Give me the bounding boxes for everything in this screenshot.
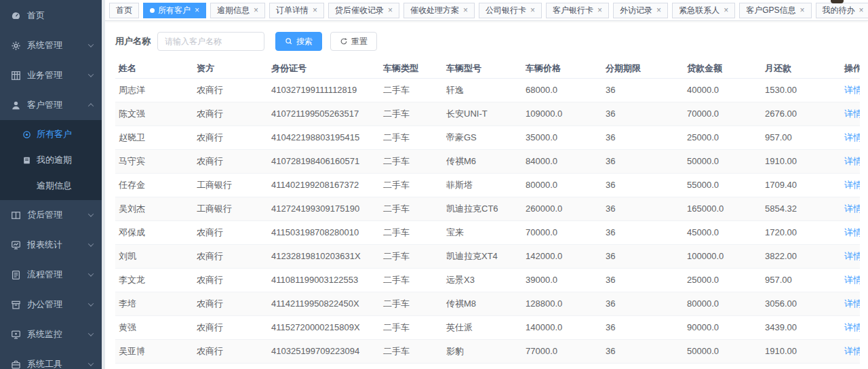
detail-link[interactable]: 详情 bbox=[844, 203, 860, 214]
cell-name: 李培 bbox=[115, 292, 193, 315]
detail-link[interactable]: 详情 bbox=[844, 132, 860, 142]
cell-name: 赵晓卫 bbox=[115, 125, 193, 149]
sidebar-item-process-mgmt[interactable]: 流程管理 bbox=[0, 260, 102, 290]
cell-installment-term bbox=[602, 363, 684, 369]
cell-vehicle-price bbox=[522, 363, 602, 369]
tab-close-icon[interactable]: × bbox=[195, 6, 199, 14]
chevron-down-icon bbox=[88, 41, 94, 47]
cell-vehicle-type: 二手车 bbox=[380, 173, 443, 197]
cell-action: 详情 bbox=[841, 102, 860, 125]
cell-vehicle-type: 二手车 bbox=[380, 244, 443, 268]
column-header: 贷款金额 bbox=[684, 59, 762, 78]
sidebar-item-label: 报表统计 bbox=[27, 239, 62, 251]
tab[interactable]: 订单详情 × bbox=[269, 3, 324, 18]
detail-link[interactable]: 详情 bbox=[844, 180, 860, 190]
tab[interactable]: 首页 bbox=[109, 3, 139, 18]
tab[interactable]: 外访记录 × bbox=[613, 3, 668, 18]
cell-installment-term: 36 bbox=[602, 149, 684, 173]
detail-link[interactable]: 详情 bbox=[844, 346, 860, 356]
cell-action: 详情 bbox=[841, 125, 860, 149]
tab-close-icon[interactable]: × bbox=[313, 6, 317, 14]
sidebar-item-label: 流程管理 bbox=[27, 269, 62, 281]
sidebar-item-postloan-mgmt[interactable]: 贷后管理 bbox=[0, 200, 102, 230]
tab-label: 外访记录 bbox=[620, 5, 652, 16]
search-button[interactable]: 搜索 bbox=[275, 32, 322, 51]
sidebar-subitem-overdue-info[interactable]: 逾期信息 bbox=[0, 173, 102, 199]
detail-link[interactable]: 详情 bbox=[844, 298, 860, 309]
tab[interactable]: 公司银行卡 × bbox=[479, 3, 542, 18]
sidebar-item-system-monitor[interactable]: 系统监控 bbox=[0, 319, 102, 349]
tab-close-icon[interactable]: × bbox=[724, 6, 728, 14]
table-row: 李培 农商行 41142119950822450X 二手车 传祺M8 12880… bbox=[115, 292, 860, 315]
cell-monthly-payment bbox=[762, 363, 841, 369]
tab-close-icon[interactable]: × bbox=[254, 6, 258, 14]
tab-close-icon[interactable]: × bbox=[859, 6, 864, 14]
detail-link[interactable]: 详情 bbox=[844, 275, 860, 285]
cell-installment-term: 36 bbox=[602, 197, 684, 220]
tab-close-icon[interactable]: × bbox=[800, 6, 804, 14]
sidebar-subitem-all-customers[interactable]: 所有客户 bbox=[0, 121, 102, 147]
column-header: 姓名 bbox=[115, 59, 193, 78]
tab-close-icon[interactable]: × bbox=[597, 6, 602, 14]
search-icon bbox=[285, 37, 293, 45]
detail-link[interactable]: 详情 bbox=[844, 322, 860, 332]
cell-vehicle-model: 长安UNI-T bbox=[443, 102, 522, 125]
cell-name bbox=[115, 363, 193, 369]
cell-monthly-payment: 1910.00 bbox=[762, 339, 841, 363]
sidebar-item-system-tools[interactable]: 系统工具 bbox=[0, 349, 102, 369]
detail-link[interactable]: 详情 bbox=[844, 156, 860, 166]
table-row: 吴刘杰 工商银行 412724199309175190 二手车 凯迪拉克CT6 … bbox=[115, 197, 860, 220]
table-row: 邓保成 农商行 411503198708280010 二手车 宝来 70000.… bbox=[115, 220, 860, 244]
detail-link[interactable]: 详情 bbox=[844, 251, 860, 261]
sidebar-item-report-stats[interactable]: 报表统计 bbox=[0, 230, 102, 260]
cell-installment-term: 36 bbox=[602, 292, 684, 315]
tab[interactable]: 客户银行卡 × bbox=[546, 3, 609, 18]
cell-funder: 农商行 bbox=[193, 268, 268, 292]
table-row: 刘凯 农商行 41232819810203631X 二手车 凯迪拉克XT4 14… bbox=[115, 244, 860, 268]
tab[interactable]: 逾期信息 × bbox=[210, 3, 265, 18]
cell-vehicle-type bbox=[380, 363, 443, 369]
column-header: 车辆型号 bbox=[443, 59, 522, 78]
sidebar-item-business-mgmt[interactable]: 业务管理 bbox=[0, 60, 102, 90]
detail-link[interactable]: 详情 bbox=[844, 227, 860, 237]
tab[interactable]: 催收处理方案 × bbox=[403, 3, 475, 18]
column-header: 身份证号 bbox=[268, 59, 380, 78]
cell-installment-term: 36 bbox=[602, 268, 684, 292]
tab[interactable]: 我的待办 × bbox=[816, 3, 868, 18]
tab-close-icon[interactable]: × bbox=[530, 6, 535, 14]
cell-vehicle-model: 远景X3 bbox=[443, 268, 522, 292]
tab[interactable]: 贷后催收记录 × bbox=[328, 3, 399, 18]
tab-close-icon[interactable]: × bbox=[463, 6, 468, 14]
tab-close-icon[interactable]: × bbox=[388, 6, 393, 14]
sidebar-subitem-my-overdue[interactable]: 我的逾期 bbox=[0, 147, 102, 173]
cell-loan-amount: 100000.0 bbox=[684, 244, 762, 268]
column-header: 月还款 bbox=[762, 59, 841, 78]
cell-monthly-payment: 3439.00 bbox=[762, 315, 841, 339]
sidebar-item-office-mgmt[interactable]: 办公管理 bbox=[0, 290, 102, 319]
tab[interactable]: 所有客户 × bbox=[143, 3, 206, 18]
tab-close-icon[interactable]: × bbox=[656, 6, 661, 14]
reset-button[interactable]: 重置 bbox=[330, 32, 377, 51]
table-row: 周志洋 农商行 410327199111112819 二手车 轩逸 68000.… bbox=[115, 78, 860, 102]
cell-loan-amount: 80000.0 bbox=[684, 292, 762, 315]
cell-id-number: 410422198803195415 bbox=[268, 125, 380, 149]
cell-action: 详情 bbox=[841, 292, 860, 315]
customer-name-input[interactable] bbox=[157, 32, 264, 51]
tab[interactable]: 客户GPS信息 × bbox=[739, 3, 811, 18]
tab[interactable]: 紧急联系人 × bbox=[672, 3, 735, 18]
cell-vehicle-type: 二手车 bbox=[380, 197, 443, 220]
document-icon bbox=[11, 270, 21, 280]
chevron-up-icon bbox=[88, 103, 94, 109]
briefcase-icon bbox=[11, 360, 21, 369]
cell-vehicle-model: 宝来 bbox=[443, 220, 522, 244]
column-header: 车辆价格 bbox=[522, 59, 602, 78]
cell-vehicle-price: 39000.0 bbox=[522, 268, 602, 292]
sidebar-item-label: 贷后管理 bbox=[27, 209, 62, 221]
detail-link[interactable]: 详情 bbox=[844, 109, 860, 119]
sidebar-item-customer-mgmt[interactable]: 客户管理 bbox=[0, 90, 102, 120]
sidebar-item-system-mgmt[interactable]: 系统管理 bbox=[0, 31, 102, 60]
tab-label: 公司银行卡 bbox=[486, 5, 526, 16]
user-icon bbox=[11, 100, 21, 111]
detail-link[interactable]: 详情 bbox=[844, 85, 860, 95]
sidebar-item-home[interactable]: 首页 bbox=[0, 1, 102, 31]
